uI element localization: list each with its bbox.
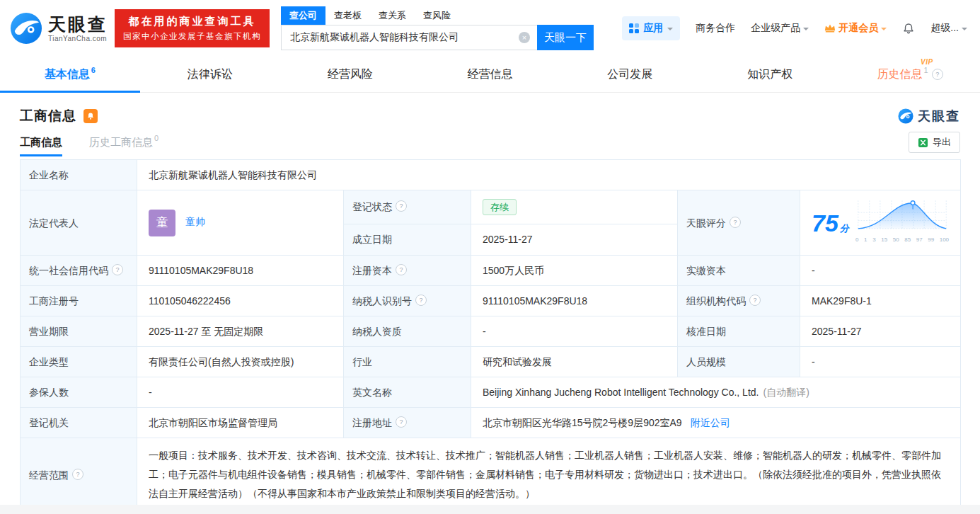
- notification-bell-icon[interactable]: [902, 22, 915, 35]
- field-label: 成立日期: [352, 234, 392, 245]
- value-credit-code: 91110105MAK29F8U18: [137, 256, 344, 286]
- axis-tick: 99: [928, 233, 934, 247]
- tyc-score-link[interactable]: 75分: [812, 198, 949, 247]
- super-vip-menu[interactable]: 超级...: [930, 22, 967, 35]
- english-name-text: Beijing Xinhang Jucheng Robot Intelligen…: [483, 387, 759, 398]
- value-registration-status: 存续: [471, 190, 678, 224]
- tab-count-badge: 1: [924, 67, 928, 74]
- horizontal-scrollbar[interactable]: [0, 505, 980, 514]
- label-taxpayer-id: 纳税人识别号: [344, 286, 471, 316]
- help-icon[interactable]: [932, 69, 943, 80]
- field-label: 企业名称: [29, 169, 69, 181]
- help-icon[interactable]: [72, 469, 83, 480]
- search-tab-risk[interactable]: 查风险: [415, 6, 459, 25]
- tianyancha-logo[interactable]: 天眼查 TianYanCha.com: [10, 12, 108, 45]
- section-header: 工商信息 天眼查: [0, 93, 980, 125]
- enterprise-products-menu[interactable]: 企业级产品: [751, 22, 809, 35]
- axis-tick: 0: [855, 233, 858, 247]
- business-cooperation-link[interactable]: 商务合作: [696, 22, 735, 35]
- help-icon[interactable]: [112, 264, 123, 275]
- axis-tick: 50: [893, 233, 899, 247]
- label-approval-date: 核准日期: [678, 316, 800, 347]
- help-icon[interactable]: [749, 295, 761, 306]
- legal-rep-avatar[interactable]: 童: [149, 210, 175, 236]
- vip-membership-menu[interactable]: 开通会员: [824, 22, 887, 35]
- axis-tick: 85: [904, 233, 911, 247]
- apps-menu[interactable]: 应用: [622, 16, 680, 40]
- value-business-scope: 一般项目：技术服务、技术开发、技术咨询、技术交流、技术转让、技术推广；智能机器人…: [137, 438, 961, 512]
- search-tab-company[interactable]: 查公司: [281, 6, 325, 25]
- tab-history-info[interactable]: VIP 历史信息 1: [840, 57, 980, 92]
- label-org-code: 组织机构代码: [678, 286, 800, 316]
- axis-tick: 15: [881, 233, 887, 247]
- help-icon[interactable]: [730, 217, 741, 228]
- search-button[interactable]: 天眼一下: [537, 25, 594, 50]
- value-legal-representative: 童 童帅: [137, 190, 344, 256]
- promo-line1: 都在用的商业查询工具: [123, 15, 261, 28]
- subtab-business-info[interactable]: 工商信息: [20, 125, 62, 159]
- tab-operating-info[interactable]: 经营信息: [420, 57, 560, 92]
- enterprise-products-label: 企业级产品: [751, 22, 800, 35]
- value-registered-address: 北京市朝阳区光华路15号院2号楼9层902室A9附近公司: [471, 408, 961, 438]
- tab-operating-info-label: 经营信息: [468, 67, 513, 82]
- company-nav-tabs: 基本信息 6 法律诉讼 经营风险 经营信息 公司发展 知识产权 VIP 历史信息…: [0, 57, 980, 93]
- help-icon[interactable]: [396, 264, 407, 275]
- legal-rep-link[interactable]: 童帅: [185, 216, 205, 227]
- help-icon[interactable]: [396, 416, 407, 428]
- nearby-companies-link[interactable]: 附近公司: [691, 417, 730, 428]
- apps-grid-icon: [629, 23, 639, 33]
- help-icon[interactable]: [415, 295, 427, 306]
- subtab-history-business-info[interactable]: 历史工商信息 0: [89, 125, 158, 159]
- search-input[interactable]: [281, 25, 537, 50]
- value-company-name: 北京新航聚诚机器人智能科技有限公司: [137, 160, 961, 190]
- label-credit-code: 统一社会信用代码: [21, 256, 137, 286]
- tab-legal-proceedings[interactable]: 法律诉讼: [140, 57, 280, 92]
- search-tab-boss[interactable]: 查老板: [325, 6, 370, 25]
- monitor-bell-icon[interactable]: [83, 109, 98, 123]
- field-label: 核准日期: [686, 326, 726, 337]
- export-button[interactable]: 导出: [909, 132, 960, 153]
- table-row: 营业期限 2025-11-27 至 无固定期限 纳税人资质 - 核准日期 202…: [21, 316, 961, 347]
- tab-intellectual-property[interactable]: 知识产权: [700, 57, 840, 92]
- status-badge: 存续: [483, 199, 517, 215]
- apps-label: 应用: [643, 22, 663, 35]
- table-row: 统一社会信用代码 91110105MAK29F8U18 注册资本 1500万人民…: [21, 256, 961, 286]
- subtab-business-info-label: 工商信息: [20, 136, 62, 149]
- value-registered-capital: 1500万人民币: [471, 256, 678, 286]
- tab-operating-risk[interactable]: 经营风险: [280, 57, 420, 92]
- help-icon[interactable]: [396, 200, 407, 212]
- label-company-name: 企业名称: [21, 160, 137, 190]
- label-paid-capital: 实缴资本: [678, 256, 800, 286]
- tab-basic-info[interactable]: 基本信息 6: [0, 57, 140, 92]
- subtab-history-label: 历史工商信息: [89, 136, 153, 149]
- tab-count-badge: 6: [91, 67, 96, 74]
- tab-history-info-label: 历史信息: [877, 67, 923, 82]
- chevron-down-icon: [803, 28, 809, 33]
- label-company-type: 企业类型: [21, 347, 137, 377]
- value-paid-capital: -: [800, 256, 961, 286]
- field-label: 人员规模: [686, 356, 726, 367]
- value-staff-size: -: [800, 347, 961, 377]
- field-label: 注册地址: [352, 417, 392, 428]
- tab-company-development[interactable]: 公司发展: [560, 57, 700, 92]
- vip-badge: VIP: [921, 58, 933, 66]
- label-business-term: 营业期限: [21, 316, 137, 347]
- axis-tick: 3: [872, 233, 875, 247]
- super-vip-label: 超级...: [930, 22, 959, 35]
- label-registration-number: 工商注册号: [21, 286, 137, 316]
- value-tyc-score: 75分: [800, 190, 961, 256]
- label-registration-authority: 登记机关: [21, 408, 137, 438]
- label-establish-date: 成立日期: [344, 224, 471, 255]
- field-label: 登记机关: [29, 417, 69, 428]
- tianyancha-logo-icon: [10, 12, 42, 45]
- label-registration-status: 登记状态: [344, 190, 471, 224]
- label-taxpayer-quality: 纳税人资质: [344, 316, 471, 347]
- axis-tick: 100: [940, 233, 949, 247]
- score-chart: 0 1 3 15 50 85 97 99 100: [855, 198, 949, 247]
- clear-search-icon[interactable]: [519, 32, 530, 43]
- business-scope-text: 一般项目：技术服务、技术开发、技术咨询、技术交流、技术转让、技术推广；智能机器人…: [149, 446, 949, 503]
- search-tab-relation[interactable]: 查关系: [370, 6, 415, 25]
- value-insured-count: -: [137, 377, 344, 408]
- value-english-name: Beijing Xinhang Jucheng Robot Intelligen…: [471, 377, 961, 408]
- field-label: 经营范围: [29, 469, 69, 481]
